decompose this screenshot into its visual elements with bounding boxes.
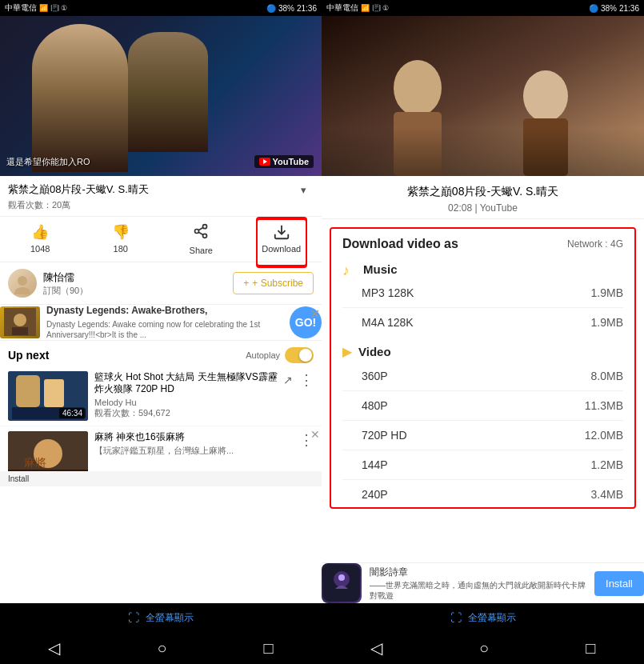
status-bar-right: 中華電信 📶 📳 ① 🔵 38% 21:36	[322, 0, 644, 16]
ad-title: 闇影詩章	[370, 566, 586, 579]
ad-banner-right: ✕ 闇影詩章 ——世界充滿黑暗之時，通向虛無的大門就此敞開新時代卡牌對戰遊 In…	[322, 562, 644, 603]
360p-item[interactable]: 360P 8.0MB	[331, 363, 634, 389]
share-icon	[193, 223, 209, 242]
svg-point-2	[195, 230, 199, 234]
ad-thumbnail	[322, 563, 362, 603]
download-button[interactable]: Download	[242, 223, 322, 255]
item-close-icon[interactable]: ✕	[310, 428, 320, 441]
subscribe-button[interactable]: + + Subscribe	[233, 272, 314, 294]
playlist: + 46:34 籃球火 Hot Shot 大結局 天生無極隊VS霹靂炸火狼隊 7…	[0, 366, 322, 603]
autoplay-label: Autoplay	[246, 350, 280, 360]
480p-item[interactable]: 480P 11.3MB	[331, 393, 634, 418]
music-note-icon	[342, 262, 357, 277]
video-thumbnail-left[interactable]: 還是希望你能加入RO YouTube	[0, 16, 322, 176]
back-button-left[interactable]: ◁	[32, 632, 76, 664]
carrier-right: 中華電信	[326, 2, 358, 14]
up-next-header: Up next Autoplay	[0, 341, 322, 366]
divider-5	[342, 479, 623, 480]
ad-wrap: 闇影詩章 ——世界充滿黑暗之時，通向虛無的大門就此敞開新時代卡牌對戰遊 Inst…	[322, 563, 644, 603]
dislike-icon: 👎	[112, 223, 130, 241]
home-button-left[interactable]: ○	[141, 633, 182, 664]
dislike-button[interactable]: 👎 180	[81, 223, 162, 255]
like-button[interactable]: 👍 1048	[0, 223, 81, 255]
video-section-label: Video	[358, 345, 391, 358]
status-bar-left: 中華電信 📶 📳 ① 🔵 38% 21:36	[0, 0, 322, 16]
svg-text:麻將: 麻將	[24, 456, 46, 469]
video-film-icon	[342, 343, 352, 360]
svg-line-5	[198, 228, 203, 230]
720p-hd-format: 720P HD	[362, 429, 407, 442]
mp3-128k-item[interactable]: MP3 128K 1.9MB	[331, 280, 634, 306]
expand-icon-left: ⛶	[128, 611, 139, 624]
video-meta-right: 02:08 | YouTube	[333, 202, 633, 214]
download-label: Download	[262, 244, 301, 254]
ad-text: 闇影詩章 ——世界充滿黑暗之時，通向虛無的大門就此敞開新時代卡牌對戰遊	[362, 566, 594, 602]
dislike-count: 180	[114, 244, 128, 254]
more-icon[interactable]: ⋮	[299, 371, 314, 389]
divider-3	[342, 420, 623, 421]
720p-hd-size: 12.0MB	[585, 429, 623, 442]
left-panel: 中華電信 📶 📳 ① 🔵 38% 21:36 還是希望你能加入RO YouTub…	[0, 0, 322, 664]
promo-title: Dynasty Legends: Awake-Brothers,	[46, 305, 283, 318]
video-section-header: Video	[331, 338, 634, 363]
home-button-right[interactable]: ○	[463, 633, 505, 664]
mp3-128k-size: 1.9MB	[591, 286, 623, 299]
svg-point-21	[394, 60, 442, 116]
promo-description: Dynasty Legends: Awake coming now for ce…	[46, 319, 283, 340]
install-promo: Install	[0, 471, 322, 486]
promo-close-icon[interactable]: ✕	[310, 306, 320, 322]
playlist-meta-2: 麻將 神來也16張麻將 【玩家評鑑五顆星，台灣線上麻將...	[88, 431, 296, 458]
svg-rect-14	[44, 379, 64, 407]
divider-4	[342, 450, 623, 450]
share-button[interactable]: Share	[161, 223, 242, 255]
144p-item[interactable]: 144P 1.2MB	[331, 452, 634, 478]
playlist-views-2: 【玩家評鑑五顆星，台灣線上麻將...	[94, 445, 296, 457]
channel-subs: 訂閱（90）	[43, 285, 233, 297]
download-panel: Download video as Network : 4G Music MP3…	[322, 219, 644, 562]
channel-name: 陳怡儒	[43, 270, 233, 285]
svg-rect-13	[16, 375, 40, 407]
up-next-label: Up next	[8, 349, 49, 362]
divider-1	[342, 307, 623, 308]
video-thumbnail-right[interactable]	[322, 16, 644, 176]
duration-badge-1: 46:34	[59, 408, 86, 418]
144p-format: 144P	[362, 458, 388, 471]
battery-left: 38%	[278, 4, 294, 13]
bluetooth-icon-left: 🔵	[266, 4, 276, 13]
back-button-right[interactable]: ◁	[354, 632, 398, 664]
fullscreen-bar-left[interactable]: ⛶ 全螢幕顯示	[0, 603, 322, 632]
promo-banner: Dynasty Legends: Awake-Brothers, Dynasty…	[0, 305, 322, 341]
status-right-left: 🔵 38% 21:36	[266, 4, 317, 13]
playlist-item[interactable]: + 46:34 籃球火 Hot Shot 大結局 天生無極隊VS霹靂炸火狼隊 7…	[0, 366, 322, 426]
autoplay-area: Autoplay	[246, 347, 314, 363]
share-small-icon[interactable]: ↗	[283, 374, 293, 386]
autoplay-toggle[interactable]	[285, 347, 314, 363]
like-count: 1048	[30, 244, 50, 254]
status-left-right: 中華電信 📶 📳 ①	[326, 2, 389, 14]
background-person	[128, 32, 208, 152]
download-panel-inner: Download video as Network : 4G Music MP3…	[330, 227, 636, 509]
recents-button-left[interactable]: □	[247, 633, 289, 664]
channel-info: 陳怡儒 訂閱（90）	[43, 270, 233, 297]
fullscreen-label-left: 全螢幕顯示	[146, 611, 194, 625]
expand-icon-right: ⛶	[450, 611, 462, 624]
promo-thumbnail	[0, 306, 40, 338]
video-info-left: 紫禁之巔08片段-天蠍V. S.晴天 ▾ 觀看次數：20萬	[0, 176, 322, 217]
chevron-down-icon[interactable]: ▾	[301, 184, 314, 197]
video-title-text: 紫禁之巔08片段-天蠍V. S.晴天	[8, 182, 296, 197]
240p-item[interactable]: 240P 3.4MB	[331, 482, 634, 507]
status-left: 中華電信 📶 📳 ①	[5, 2, 67, 14]
install-button[interactable]: Install	[594, 571, 644, 596]
mp3-128k-format: MP3 128K	[362, 286, 414, 299]
video-title-row: 紫禁之巔08片段-天蠍V. S.晴天 ▾	[8, 182, 314, 197]
recents-button-right[interactable]: □	[570, 633, 611, 664]
download-icon	[273, 223, 290, 241]
fullscreen-bar-right[interactable]: ⛶ 全螢幕顯示	[322, 603, 644, 632]
playlist-views-1: 觀看次數：594,672	[94, 407, 280, 419]
svg-point-10	[14, 314, 26, 326]
720p-hd-item[interactable]: 720P HD 12.0MB	[331, 422, 634, 448]
subscribe-label: + Subscribe	[252, 278, 303, 289]
svg-point-8	[14, 287, 30, 294]
m4a-128k-item[interactable]: M4A 128K 1.9MB	[331, 310, 634, 335]
time-left: 21:36	[297, 4, 317, 13]
